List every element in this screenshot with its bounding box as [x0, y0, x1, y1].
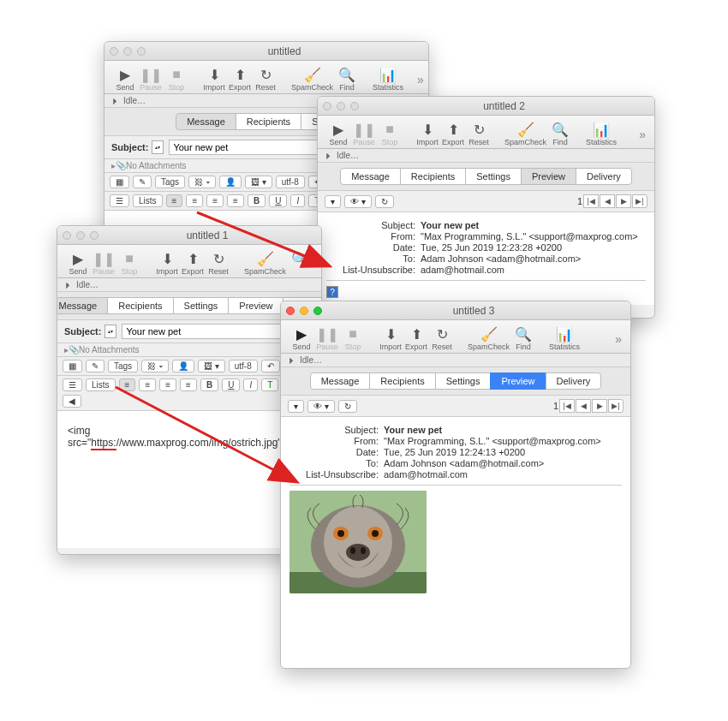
tags-menu[interactable]: Tags — [155, 176, 185, 188]
statistics-button[interactable]: 📊Statistics — [373, 66, 403, 92]
tab-recipients[interactable]: Recipients — [236, 113, 301, 130]
expand-icon[interactable]: ⏵ — [288, 355, 296, 365]
spamcheck-button[interactable]: 🧹SpamCheck — [291, 66, 333, 92]
pause-button[interactable]: ❚❚Pause — [139, 66, 163, 92]
stop-button[interactable]: ■Stop — [378, 121, 402, 146]
italic-button[interactable]: I — [243, 378, 258, 391]
lists-menu[interactable]: Lists — [133, 194, 163, 207]
zoom-icon[interactable] — [350, 102, 359, 110]
expand-icon[interactable]: ⏵ — [111, 96, 120, 105]
find-button[interactable]: 🔍Find — [335, 66, 359, 92]
align-justify-button[interactable]: ≡ — [227, 194, 244, 207]
tab-recipients[interactable]: Recipients — [107, 297, 173, 314]
subject-stepper[interactable]: ▴▾ — [152, 140, 164, 154]
next-button[interactable]: ▶ — [592, 399, 607, 413]
last-button[interactable]: ▶| — [632, 194, 647, 208]
reset-button[interactable]: ↻Reset — [467, 121, 491, 146]
align-right-button[interactable]: ≡ — [206, 194, 224, 207]
outdent-button[interactable]: ◀ — [63, 395, 81, 408]
tab-recipients[interactable]: Recipients — [400, 168, 466, 185]
close-icon[interactable] — [63, 231, 71, 240]
zoom-icon[interactable] — [313, 307, 322, 315]
toolbar-overflow-icon[interactable]: » — [417, 73, 424, 92]
person-button[interactable]: 👤 — [172, 360, 194, 372]
prev-button[interactable]: ◀ — [576, 399, 591, 413]
picture-button[interactable]: 🖼 ▾ — [198, 360, 225, 372]
titlebar[interactable]: untitled 1 — [57, 226, 321, 245]
encoding-menu[interactable]: utf-8 — [276, 176, 305, 188]
tab-delivery[interactable]: Delivery — [576, 168, 632, 185]
eye-button[interactable]: 👁 ▾ — [344, 195, 372, 208]
tab-delivery[interactable]: Delivery — [546, 372, 602, 390]
spamcheck-button[interactable]: 🧹SpamCheck — [504, 121, 546, 146]
close-icon[interactable] — [286, 307, 295, 315]
list-button[interactable]: ☰ — [63, 378, 82, 391]
align-justify-button[interactable]: ≡ — [180, 378, 197, 391]
tab-message[interactable]: Message — [176, 113, 236, 130]
undo-button[interactable]: ↶ — [261, 360, 280, 372]
statistics-button[interactable]: 📊Statistics — [549, 325, 580, 351]
import-button[interactable]: ⬇Import — [155, 250, 179, 276]
segment-button[interactable]: ▦ — [110, 176, 129, 188]
tab-preview[interactable]: Preview — [490, 372, 546, 390]
dropdown-button[interactable]: ▾ — [288, 400, 304, 413]
spamcheck-button[interactable]: 🧹SpamCheck — [468, 325, 510, 351]
export-button[interactable]: ⬆Export — [181, 250, 205, 276]
tab-recipients[interactable]: Recipients — [369, 372, 435, 390]
bold-button[interactable]: B — [200, 378, 218, 391]
bold-button[interactable]: B — [248, 194, 266, 207]
lists-menu[interactable]: Lists — [86, 378, 116, 391]
tab-message[interactable]: Message — [310, 372, 371, 390]
minimize-icon[interactable] — [337, 102, 345, 110]
draw-button[interactable]: ✎ — [86, 360, 104, 372]
expand-icon[interactable]: ⏵ — [325, 151, 333, 160]
italic-button[interactable]: I — [290, 194, 305, 207]
last-button[interactable]: ▶| — [608, 399, 624, 413]
zoom-icon[interactable] — [137, 47, 146, 56]
tab-preview[interactable]: Preview — [521, 168, 576, 185]
minimize-icon[interactable] — [76, 231, 85, 240]
tab-message[interactable]: Message — [340, 168, 401, 185]
align-center-button[interactable]: ≡ — [139, 378, 156, 391]
statistics-button[interactable]: 📊Statistics — [586, 121, 617, 146]
refresh-button[interactable]: ↻ — [338, 400, 357, 413]
minimize-icon[interactable] — [123, 47, 132, 56]
list-button[interactable]: ☰ — [110, 194, 129, 207]
align-left-button[interactable]: ≡ — [119, 378, 136, 391]
first-button[interactable]: |◀ — [559, 399, 575, 413]
minimize-icon[interactable] — [300, 307, 308, 315]
link-button[interactable]: ⛓ ▾ — [188, 176, 216, 188]
tags-menu[interactable]: Tags — [108, 360, 138, 372]
stop-button[interactable]: ■Stop — [117, 250, 141, 276]
expand-icon[interactable]: ⏵ — [64, 280, 73, 289]
import-button[interactable]: ⬇Import — [415, 121, 439, 146]
find-button[interactable]: 🔍Find — [548, 121, 572, 146]
prev-button[interactable]: ◀ — [600, 194, 615, 208]
subject-stepper[interactable]: ▴▾ — [104, 325, 116, 338]
zoom-icon[interactable] — [90, 231, 98, 240]
tab-settings[interactable]: Settings — [435, 372, 492, 390]
reset-button[interactable]: ↻Reset — [254, 66, 277, 92]
reset-button[interactable]: ↻Reset — [206, 250, 230, 276]
dropdown-button[interactable]: ▾ — [325, 195, 341, 208]
align-left-button[interactable]: ≡ — [166, 194, 183, 207]
toolbar-overflow-icon[interactable]: » — [615, 332, 622, 351]
send-button[interactable]: ▶Send — [289, 325, 313, 351]
tab-settings[interactable]: Settings — [173, 297, 230, 314]
export-button[interactable]: ⬆Export — [228, 66, 252, 92]
find-button[interactable]: 🔍Find — [511, 325, 535, 351]
send-button[interactable]: ▶Send — [326, 121, 350, 146]
textcolor-button[interactable]: T — [261, 378, 278, 391]
next-button[interactable]: ▶ — [616, 194, 631, 208]
titlebar[interactable]: untitled — [104, 42, 428, 61]
import-button[interactable]: ⬇Import — [202, 66, 226, 92]
export-button[interactable]: ⬆Export — [441, 121, 465, 146]
titlebar[interactable]: untitled 2 — [318, 97, 654, 116]
person-button[interactable]: 👤 — [219, 176, 242, 188]
encoding-menu[interactable]: utf-8 — [229, 360, 258, 372]
titlebar[interactable]: untitled 3 — [281, 301, 630, 320]
picture-button[interactable]: 🖼 ▾ — [245, 176, 272, 188]
refresh-button[interactable]: ↻ — [375, 195, 394, 208]
tab-message[interactable]: Message — [57, 297, 108, 314]
segment-button[interactable]: ▦ — [63, 360, 82, 372]
